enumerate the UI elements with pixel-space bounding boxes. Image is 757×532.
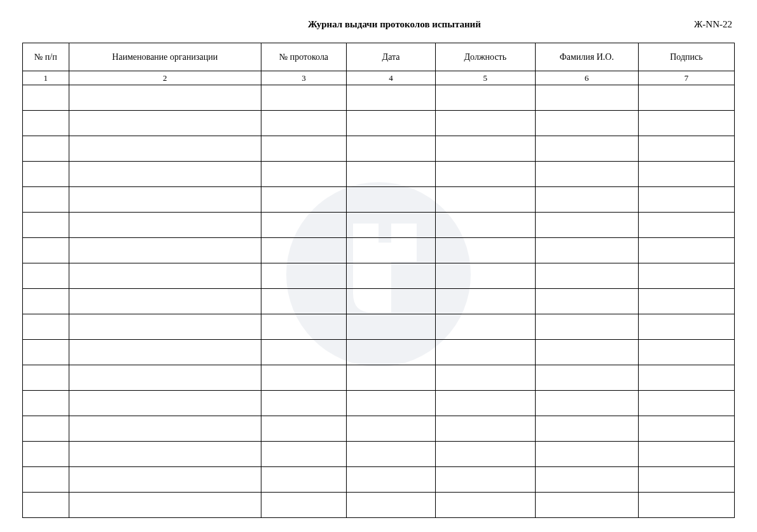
table-cell bbox=[347, 187, 436, 213]
table-cell bbox=[347, 314, 436, 340]
table-cell bbox=[535, 238, 638, 263]
table-cell bbox=[436, 263, 536, 289]
table-cell bbox=[23, 187, 69, 213]
table-cell bbox=[436, 365, 536, 391]
table-cell bbox=[347, 391, 436, 416]
table-cell bbox=[436, 187, 536, 213]
table-cell bbox=[23, 365, 69, 391]
table-cell bbox=[69, 263, 261, 289]
table-cell bbox=[535, 213, 638, 238]
table-cell bbox=[261, 314, 346, 340]
table-cell bbox=[69, 136, 261, 162]
table-cell bbox=[261, 187, 346, 213]
table-cell bbox=[347, 111, 436, 136]
table-cell bbox=[347, 238, 436, 263]
table-cell bbox=[23, 289, 69, 314]
table-cell bbox=[535, 263, 638, 289]
col-header-fullname: Фамилия И.О. bbox=[535, 43, 638, 71]
table-cell bbox=[347, 289, 436, 314]
table-cell bbox=[347, 340, 436, 365]
table-cell bbox=[261, 365, 346, 391]
table-cell bbox=[261, 493, 346, 518]
table-cell bbox=[638, 467, 734, 493]
table-cell bbox=[535, 365, 638, 391]
table-cell bbox=[347, 442, 436, 467]
table-cell bbox=[638, 187, 734, 213]
table-column-numbers-row: 1 2 3 4 5 6 7 bbox=[23, 71, 735, 85]
table-cell bbox=[69, 213, 261, 238]
table-cell bbox=[69, 111, 261, 136]
table-cell bbox=[261, 263, 346, 289]
table-cell bbox=[69, 340, 261, 365]
table-cell bbox=[535, 187, 638, 213]
table-cell bbox=[23, 111, 69, 136]
table-cell bbox=[69, 314, 261, 340]
table-cell bbox=[69, 442, 261, 467]
table-cell bbox=[69, 85, 261, 111]
table-cell bbox=[638, 238, 734, 263]
table-cell bbox=[535, 493, 638, 518]
table-cell bbox=[638, 162, 734, 187]
table-cell bbox=[436, 111, 536, 136]
table-cell bbox=[436, 314, 536, 340]
table-cell bbox=[436, 493, 536, 518]
document-code: Ж-NN-22 bbox=[694, 19, 732, 30]
col-num-6: 6 bbox=[535, 71, 638, 85]
table-cell bbox=[23, 136, 69, 162]
table-cell bbox=[535, 340, 638, 365]
table-cell bbox=[638, 213, 734, 238]
table-row bbox=[23, 365, 735, 391]
table-row bbox=[23, 85, 735, 111]
table-cell bbox=[69, 187, 261, 213]
protocol-issuance-table: № п/п Наименование организации № протоко… bbox=[22, 43, 735, 518]
table-cell bbox=[436, 238, 536, 263]
table-cell bbox=[347, 467, 436, 493]
table-cell bbox=[261, 442, 346, 467]
table-cell bbox=[69, 289, 261, 314]
table-cell bbox=[261, 136, 346, 162]
table-cell bbox=[261, 238, 346, 263]
table-cell bbox=[535, 136, 638, 162]
table-row bbox=[23, 416, 735, 442]
table-cell bbox=[436, 391, 536, 416]
table-row bbox=[23, 340, 735, 365]
table-cell bbox=[69, 467, 261, 493]
table-cell bbox=[638, 365, 734, 391]
table-cell bbox=[638, 391, 734, 416]
table-cell bbox=[69, 391, 261, 416]
col-header-date: Дата bbox=[347, 43, 436, 71]
table-cell bbox=[535, 85, 638, 111]
table-cell bbox=[436, 467, 536, 493]
table-cell bbox=[23, 263, 69, 289]
col-header-organization: Наименование организации bbox=[69, 43, 261, 71]
document-header: Журнал выдачи протоколов испытаний Ж-NN-… bbox=[22, 19, 735, 30]
table-cell bbox=[347, 493, 436, 518]
table-cell bbox=[535, 416, 638, 442]
table-cell bbox=[23, 238, 69, 263]
table-cell bbox=[347, 263, 436, 289]
col-num-7: 7 bbox=[638, 71, 734, 85]
col-num-4: 4 bbox=[347, 71, 436, 85]
table-cell bbox=[535, 162, 638, 187]
table-cell bbox=[638, 416, 734, 442]
table-cell bbox=[638, 314, 734, 340]
table-cell bbox=[23, 85, 69, 111]
table-cell bbox=[261, 289, 346, 314]
col-num-3: 3 bbox=[261, 71, 346, 85]
col-header-position: Должность bbox=[436, 43, 536, 71]
table-row bbox=[23, 136, 735, 162]
table-cell bbox=[638, 289, 734, 314]
col-num-5: 5 bbox=[436, 71, 536, 85]
table-cell bbox=[23, 391, 69, 416]
table-cell bbox=[638, 340, 734, 365]
table-cell bbox=[347, 416, 436, 442]
table-cell bbox=[535, 111, 638, 136]
col-header-number: № п/п bbox=[23, 43, 69, 71]
table-row bbox=[23, 442, 735, 467]
table-cell bbox=[69, 365, 261, 391]
table-cell bbox=[261, 162, 346, 187]
table-cell bbox=[261, 391, 346, 416]
table-cell bbox=[347, 213, 436, 238]
table-row bbox=[23, 238, 735, 263]
table-row bbox=[23, 314, 735, 340]
